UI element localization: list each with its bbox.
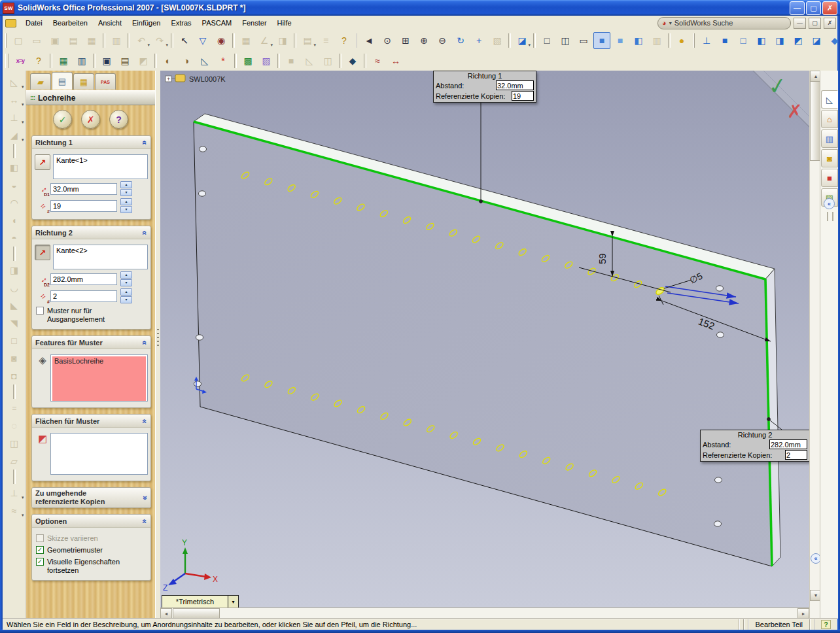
shell-icon[interactable]: □ <box>5 332 24 349</box>
circular-pattern-icon[interactable]: ◌ <box>5 417 24 434</box>
publish-edrawings-icon[interactable]: ▦ <box>83 32 100 49</box>
pascam-help-icon[interactable]: ? <box>30 52 47 69</box>
sketch-entities-icon[interactable]: ◢▾ <box>5 126 24 144</box>
toolbar-grip[interactable] <box>356 33 357 48</box>
layout-icon[interactable]: ▤▾ <box>299 32 316 49</box>
save-program-icon[interactable]: ▤ <box>116 52 133 69</box>
save-icon[interactable]: ▣ <box>46 32 63 49</box>
featuremanager-tab[interactable]: ▰ <box>30 73 51 90</box>
view-orientation-dropdown[interactable]: *Trimetrisch ▾ <box>162 595 239 608</box>
select-icon[interactable]: ↖ <box>176 32 193 49</box>
richtung1-count-spinner[interactable]: ▴ ▾ <box>120 198 132 213</box>
zoom-in-out-icon[interactable]: ⊕ <box>415 32 432 49</box>
propertymanager-tab[interactable]: ▤ <box>52 72 73 90</box>
rib-icon[interactable]: ◥ <box>5 314 24 332</box>
dimension-icon[interactable]: ↔▾ <box>5 91 24 109</box>
taskpane-tab-file-explorer[interactable]: ◙ <box>821 149 838 167</box>
vertical-scroll-thumb[interactable] <box>810 81 820 161</box>
isometric-view-icon[interactable]: ◆ <box>826 32 840 49</box>
taskpane-tab-solidworks-resources[interactable]: ⌂ <box>821 110 838 128</box>
swept-boss-icon[interactable]: ◠ <box>5 194 24 211</box>
print-icon[interactable]: ▥ <box>108 32 125 49</box>
pattern-colors-icon[interactable]: ▩ <box>239 52 256 69</box>
sheet-metal-corner-icon[interactable]: ◆ <box>344 52 361 69</box>
extruded-boss-icon[interactable]: ◧ <box>5 158 24 176</box>
undo-icon[interactable]: ↶▾ <box>133 32 150 49</box>
group-richtung-1-header[interactable]: Richtung 1 « <box>32 136 150 149</box>
shaded-with-edges-icon[interactable]: ■ <box>593 32 610 49</box>
richtung1-spacing-spinner[interactable]: ▴ ▾ <box>120 181 132 196</box>
richtung2-reverse-direction-button[interactable]: ↗ <box>35 245 50 260</box>
mass-properties-icon[interactable]: ◨ <box>274 32 291 49</box>
horizontal-scrollbar[interactable]: ◂ ▸ <box>160 607 809 619</box>
linear-pattern-icon[interactable]: ::: <box>5 399 24 417</box>
richtung2-direction-input[interactable]: Kante<2> <box>53 245 148 269</box>
menu-pascam[interactable]: PASCAM <box>197 18 237 28</box>
geometry-pattern-checkbox[interactable]: ✓ <box>36 546 44 554</box>
wireframe-icon[interactable]: □ <box>538 32 555 49</box>
propagate-visual-checkbox[interactable]: ✓ <box>36 558 44 566</box>
mdi-close-button[interactable]: ✗ <box>824 18 836 29</box>
pascam-tab[interactable]: PAS <box>95 73 116 90</box>
fold-icon[interactable]: ◑ <box>178 52 195 69</box>
horizontal-scroll-thumb[interactable] <box>173 608 220 619</box>
chamfer-icon[interactable]: ◣ <box>5 296 24 314</box>
only-seed-checkbox[interactable] <box>36 307 44 315</box>
menu-extras[interactable]: Extras <box>166 18 196 28</box>
taskpane-tab-solidworks-forum[interactable]: ■ <box>821 169 838 187</box>
callout1-count-input[interactable] <box>512 91 534 101</box>
scroll-right-icon[interactable]: ▸ <box>797 608 809 619</box>
mdi-minimize-button[interactable]: — <box>794 18 806 29</box>
vertical-scrollbar[interactable]: ▴ « ▾ <box>809 71 820 619</box>
import-icon[interactable]: ◩ <box>135 52 152 69</box>
toolbar-grip[interactable] <box>5 33 7 48</box>
edit-sketch-icon[interactable]: ◺ <box>196 52 213 69</box>
faces-list-box[interactable] <box>50 433 148 475</box>
expand-chevron-icon[interactable]: « <box>141 496 149 500</box>
relations-icon[interactable]: ⊥▾ <box>5 109 24 126</box>
right-view-icon[interactable]: ◨ <box>771 32 788 49</box>
curves-icon[interactable]: ≈▾ <box>5 502 24 519</box>
custom-tool-1-icon[interactable]: ■ <box>283 52 300 69</box>
collapse-chevron-icon[interactable]: « <box>141 230 150 235</box>
machine-view-icon[interactable]: ▥ <box>73 52 90 69</box>
graphics-viewport[interactable]: 59 ∅5 152 <box>160 71 809 619</box>
make-drawing-icon[interactable]: ▤ <box>65 32 82 49</box>
sketch-icon[interactable]: ◺▾ <box>5 73 24 91</box>
help-icon[interactable]: ? <box>336 32 353 49</box>
taskpane-resize-grip[interactable] <box>827 212 833 221</box>
hidden-lines-removed-icon[interactable]: ▭ <box>575 32 592 49</box>
taskpane-tab-pascam-tools[interactable]: ◺ <box>821 90 838 109</box>
menu-hilfe[interactable]: Hilfe <box>272 18 297 28</box>
zoom-to-selection-icon[interactable]: ⊖ <box>434 32 451 49</box>
shadows-in-shaded-icon[interactable]: ◧ <box>630 32 647 49</box>
lofted-boss-icon[interactable]: ◖ <box>5 211 24 229</box>
orientation-dropdown-button[interactable]: ▾ <box>228 596 238 607</box>
save-nc-icon[interactable]: ▣ <box>98 52 115 69</box>
section-view-icon[interactable]: ▥ <box>648 32 665 49</box>
zoom-to-area-icon[interactable]: ⊞ <box>397 32 414 49</box>
menu-ansicht[interactable]: Ansicht <box>93 18 127 28</box>
scroll-left-icon[interactable]: ◂ <box>160 608 172 619</box>
collapse-chevron-icon[interactable]: « <box>141 419 150 423</box>
menu-bearbeiten[interactable]: Bearbeiten <box>48 18 93 28</box>
callout2-count-input[interactable] <box>785 450 807 460</box>
menu-einfuegen[interactable]: Einfügen <box>127 18 166 28</box>
toolbar-grip[interactable] <box>693 33 695 48</box>
new-icon[interactable]: ▢ <box>10 32 27 49</box>
search-dropdown-icon[interactable]: ▾ <box>669 20 672 26</box>
pan-icon[interactable]: + <box>470 32 487 49</box>
normal-to-icon[interactable]: ⊥ <box>698 32 715 49</box>
vary-sketch-checkbox[interactable] <box>36 534 44 542</box>
richtung2-count-spinner[interactable]: ▴ ▾ <box>120 288 132 303</box>
group-options-header[interactable]: Optionen « <box>32 515 150 528</box>
select-feature-icon[interactable]: * <box>215 52 232 69</box>
3d-drawing-view-icon[interactable]: ▧ <box>489 32 506 49</box>
custom-tool-2-icon[interactable]: ◺ <box>301 52 318 69</box>
move-copy-icon[interactable]: ▱ <box>5 452 24 470</box>
features-list-box[interactable]: BasisLochreihe <box>50 354 148 402</box>
minimize-button[interactable]: — <box>790 1 805 15</box>
rotate-view-icon[interactable]: ↻ <box>452 32 469 49</box>
group-richtung-2-header[interactable]: Richtung 2 « <box>32 226 150 239</box>
toggle-selection-icon[interactable]: ◉ <box>213 32 230 49</box>
